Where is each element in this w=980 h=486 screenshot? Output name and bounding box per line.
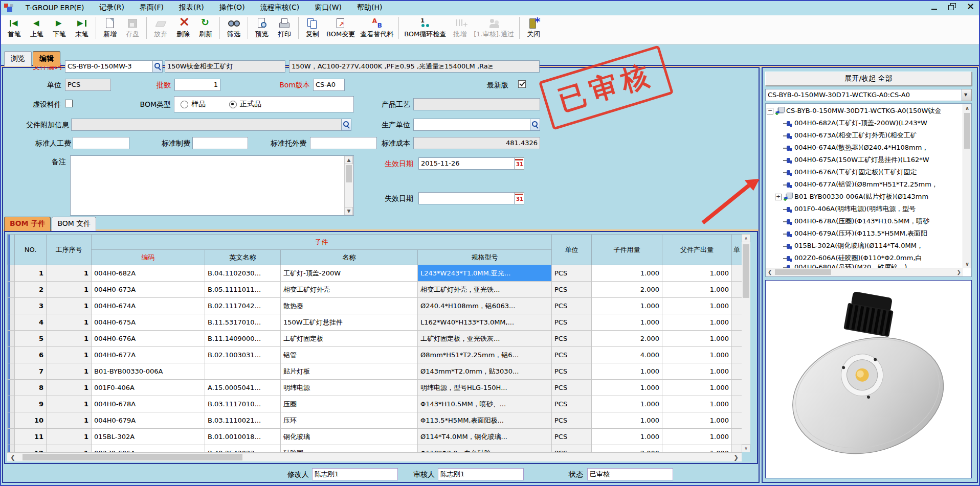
cell-english-name[interactable]: B.40.2542023... (205, 445, 281, 453)
cell-seq[interactable]: 1 (47, 347, 92, 363)
cell-qty[interactable]: 2.000 (592, 331, 662, 347)
cell-spec[interactable]: Ø240.4*H108mm，铝6063... (418, 298, 552, 314)
remark-scrollbar[interactable]: ▲ ▼ (344, 156, 353, 215)
row-marker[interactable] (8, 380, 15, 396)
cell-price-clipped[interactable] (732, 265, 742, 282)
scroll-up-icon[interactable]: ▲ (345, 156, 353, 164)
virtual-part-checkbox[interactable] (65, 100, 73, 107)
scroll-down-icon[interactable]: ∨ (965, 261, 969, 267)
tree-node[interactable]: 004H0-677A(铝管)(Ø8mm*H51*T2.25mm， (766, 178, 963, 191)
bom-version-combo[interactable]: CS-BYB-0-150MW-30D71-WCTKG-A0:CS-A0 (765, 89, 972, 101)
cell-output[interactable]: 1.000 (662, 265, 732, 282)
cell-no[interactable]: 9 (15, 396, 47, 412)
cell-english-name[interactable]: B.02.1117042... (205, 298, 281, 314)
cell-unit[interactable]: PCS (552, 282, 592, 298)
cell-output[interactable]: 1.000 (662, 445, 732, 453)
menu-item[interactable]: 记录(R) (92, 2, 132, 14)
cell-name[interactable]: 散热器 (281, 298, 418, 314)
cell-code[interactable]: 015BL-302A (92, 429, 205, 445)
cell-code[interactable]: 004H0-678A (92, 396, 205, 412)
cell-english-name[interactable]: B.04.1102030... (205, 265, 281, 282)
toolbar-button[interactable]: 删除 (172, 17, 194, 39)
view-tab[interactable]: 编辑 (33, 51, 60, 66)
menu-item[interactable]: 帮助(H) (349, 2, 390, 14)
cell-output[interactable]: 1.000 (662, 282, 732, 298)
combo-value[interactable]: CS-BYB-0-150MW-30D71-WCTKG-A0:CS-A0 (765, 89, 962, 101)
cell-unit[interactable]: PCS (552, 363, 592, 380)
cell-output[interactable]: 1.000 (662, 429, 732, 445)
scroll-up-icon[interactable]: ∧ (742, 234, 750, 242)
tree-node[interactable]: 015BL-302A(钢化玻璃)(Ø114*T4.0MM， (766, 240, 963, 252)
cell-code[interactable]: 004H0-682A (92, 265, 205, 282)
tree-node[interactable]: 004H0-682A(工矿灯-顶盖-200W)(L243*W (766, 117, 963, 129)
view-tab[interactable]: 浏览 (4, 51, 32, 66)
cell-spec[interactable]: 工矿灯固定板，亚光铁灰... (418, 331, 552, 347)
bom-tab[interactable]: BOM 子件 (4, 217, 51, 231)
cell-no[interactable]: 6 (15, 347, 47, 363)
cell-seq[interactable]: 1 (47, 363, 92, 380)
cell-no[interactable]: 11 (15, 429, 47, 445)
cell-unit[interactable]: PCS (552, 298, 592, 314)
toolbar-button[interactable]: 新增 (96, 17, 121, 39)
scroll-right-icon[interactable]: ❯ (733, 454, 739, 461)
cell-price-clipped[interactable] (732, 298, 742, 314)
tree-node[interactable]: 001F0-406A(明纬电源)(明纬电源，型号 (766, 203, 963, 215)
toolbar-button[interactable]: 筛选 (219, 17, 245, 39)
table-row[interactable]: 2 1 004H0-673A B.05.1111011... 相变工矿灯外壳 相… (7, 282, 742, 298)
chevron-down-icon[interactable] (962, 89, 972, 101)
table-row[interactable]: 7 1 B01-BYB00330-006A 贴片灯板 Ø143mm*T2.0mm… (7, 363, 742, 380)
toolbar-button[interactable]: 刷新 (194, 17, 217, 39)
tree-node[interactable]: 004H0-675A(150W工矿灯悬挂件)(L162*W (766, 154, 963, 166)
cell-spec[interactable]: Φ113.5*H5MM,表面阳极... (418, 412, 552, 429)
cell-unit[interactable]: PCS (552, 429, 592, 445)
cell-seq[interactable]: 1 (47, 314, 92, 331)
table-row[interactable]: 8 1 001F0-406A A.15.0005041... 明纬电源 明纬电源… (7, 380, 742, 396)
cell-name[interactable]: 铝管 (281, 347, 418, 363)
cell-english-name[interactable]: B.01.0010018... (205, 429, 281, 445)
cell-output[interactable]: 1.000 (662, 331, 732, 347)
toolbar-button[interactable]: [1.审核].通过 (471, 17, 517, 39)
cell-price-clipped[interactable] (732, 331, 742, 347)
production-unit-field[interactable] (413, 119, 530, 131)
cell-name[interactable]: 钢化玻璃 (281, 429, 418, 445)
reviewed-by-field[interactable]: 陈志刚1 (438, 468, 524, 480)
menu-item[interactable]: 报表(R) (171, 2, 212, 14)
tree-node[interactable]: 004H0-678A(压圈)(Φ143*H10.5MM，喷砂 (766, 215, 963, 227)
menu-item[interactable]: 操作(O) (212, 2, 253, 14)
cell-no[interactable]: 12 (15, 445, 47, 453)
cell-price-clipped[interactable] (732, 347, 742, 363)
cell-qty[interactable]: 2.000 (592, 282, 662, 298)
row-marker[interactable] (8, 363, 15, 380)
cell-spec[interactable]: Φ110*Φ2.0，白色硅胶 (418, 445, 552, 453)
cell-output[interactable]: 1.000 (662, 396, 732, 412)
cell-english-name[interactable]: B.05.1111011... (205, 282, 281, 298)
bom-tab[interactable]: BOM 文件 (52, 217, 96, 231)
table-row[interactable]: 10 1 004H0-679A B.03.1110021... 压环 Φ113.… (7, 412, 742, 429)
cell-price-clipped[interactable] (732, 282, 742, 298)
menu-item[interactable]: T-GROUP ERP(E) (18, 2, 92, 13)
cell-output[interactable]: 1.000 (662, 363, 732, 380)
cell-unit[interactable]: PCS (552, 396, 592, 412)
tree-node[interactable]: 004H0-673A(相变工矿灯外壳)(相变工矿 (766, 129, 963, 142)
cell-unit[interactable]: PCS (552, 412, 592, 429)
table-row[interactable]: 5 1 004H0-676A B.11.1409000... 工矿灯固定板 工矿… (7, 331, 742, 347)
cell-qty[interactable]: 1.000 (592, 412, 662, 429)
cell-unit[interactable]: PCS (552, 331, 592, 347)
tree-node[interactable]: 004H0-679A(压环)(Φ113.5*H5MM,表面阳 (766, 227, 963, 240)
toolbar-button[interactable]: BOM循环检查 (398, 17, 449, 39)
cell-english-name[interactable] (205, 363, 281, 380)
bom-version-field[interactable]: CS-A0 (313, 79, 345, 91)
toolbar-button[interactable]: 查看替代料 (358, 17, 396, 39)
cell-code[interactable]: 004H0-677A (92, 347, 205, 363)
menu-item[interactable]: 窗口(W) (307, 2, 349, 14)
cell-spec[interactable]: Ø114*T4.0MM，钢化玻璃... (418, 429, 552, 445)
cell-qty[interactable]: 1.000 (592, 380, 662, 396)
cell-name[interactable]: 压圈 (281, 396, 418, 412)
table-row[interactable]: 12 1 002Z0-606A B.40.2542023... 硅胶圈 Φ110… (7, 445, 742, 453)
effective-date-field[interactable]: 2015-11-26 (418, 157, 515, 170)
std-outsource-field[interactable] (310, 137, 377, 149)
toolbar-button[interactable]: 首笔 (3, 17, 26, 39)
radio-official[interactable] (229, 101, 237, 108)
toolbar-button[interactable]: 复制 (298, 17, 324, 39)
cell-code[interactable]: 002Z0-606A (92, 445, 205, 453)
